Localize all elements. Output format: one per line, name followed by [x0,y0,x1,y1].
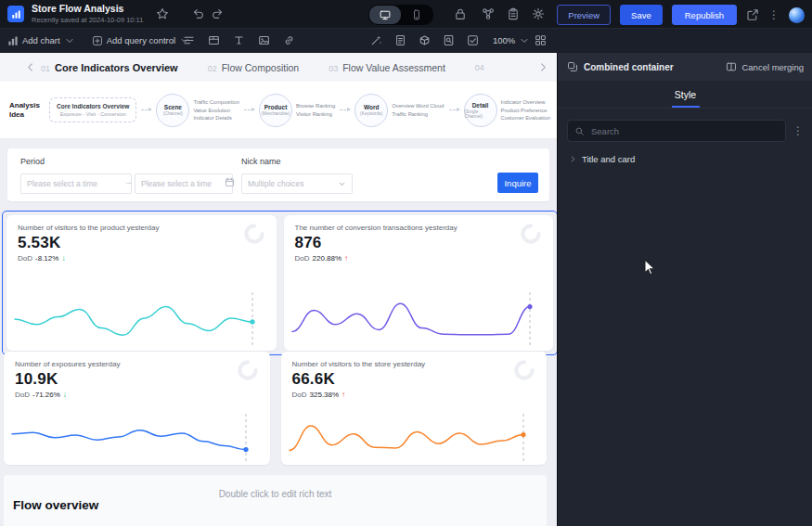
panel-search-row: ⋮ [567,120,804,142]
period-end-input[interactable]: Please select a time [135,173,233,194]
decorative-mark-icon [513,359,535,381]
dashboard-canvas[interactable]: 01 Core Indicators Overview 02 Flow Comp… [0,53,557,526]
beautify-wand-icon[interactable] [370,34,382,46]
kpi-title: Number of exposures yesterday [15,360,259,368]
flow-node-item: Traffic Ranking [392,111,444,117]
analysis-flow-widget[interactable]: Analysis Idea Core Indicators Overview E… [0,82,557,138]
flow-node: Scene(Channel)Traffic CompositionValue E… [156,94,239,127]
open-share-icon[interactable] [746,8,759,21]
flow-node-title: Detail [472,102,489,109]
period-start-input[interactable]: Please select a time [20,173,132,194]
text-widget-icon[interactable] [233,34,245,46]
kpi-sparkline [12,292,271,348]
nickname-select[interactable]: Multiple choices [241,173,353,194]
topbar-left: Store Flow Analysis Recently saved at 20… [7,0,225,28]
flow-node-circle: Word(Keywords) [354,94,388,127]
panel-header-left: Combined container [567,61,674,72]
save-button[interactable]: Save [620,5,663,25]
tab-flow-value-assessment[interactable]: 03 Flow Value Assessment [329,62,445,73]
image-widget-icon[interactable] [258,34,270,46]
tab-04[interactable]: 04 [475,63,484,72]
search-more-icon[interactable]: ⋮ [793,125,804,136]
report-doc-icon[interactable] [394,34,406,46]
flow-node-circle: Detail(Single Channel) [464,94,497,127]
panel-header: Combined container Cancel merging [558,53,812,81]
cancel-merging-label: Cancel merging [741,62,804,72]
phone-icon [411,9,422,20]
desktop-view-toggle[interactable] [369,6,401,24]
dod-label: DoD [295,254,310,263]
tabs-next-icon[interactable] [537,61,549,73]
flow-arrow-icon [244,109,254,110]
checklist-icon[interactable] [467,34,479,46]
device-toggle[interactable] [368,5,433,25]
inquire-button[interactable]: Inquire [497,173,538,193]
grid-toggle-icon[interactable] [535,34,547,46]
kpi-dod: DoD -8.12% ↓ [18,254,265,263]
add-chart-button[interactable]: Add chart [7,35,75,46]
topbar-actions: Preview Save Republish ⋮ [557,5,805,25]
add-query-control-button[interactable]: Add query control [92,35,190,46]
chevron-down-icon [64,35,75,46]
rich-text-widget[interactable]: Double click to edit rich text Flow over… [4,475,547,526]
kpi-sparkline [290,292,548,348]
dod-label: DoD [292,391,307,399]
collaboration-icon[interactable] [482,7,495,20]
flow-node-items: Overview Word CloudTraffic Ranking [392,103,444,117]
tab-core-indicators-overview[interactable]: 01 Core Indicators Overview [41,62,178,73]
kpi-dod: DoD 325.38% ↑ [292,391,536,399]
kpi-card-conversion-transactions[interactable]: The number of conversion transactions ye… [284,215,554,351]
clipboard-icon[interactable] [507,7,520,20]
flow-node-items: Indicator OverviewProduct PreferenceCust… [501,99,551,121]
tab-container-icon[interactable] [208,34,220,46]
cancel-merging-button[interactable]: Cancel merging [726,61,804,72]
kpi-card-store-visitors[interactable]: Number of visitors to the store yesterda… [281,352,548,465]
mobile-view-toggle[interactable] [401,6,432,24]
flow-lead-label: Analysis Idea [9,101,45,120]
kpi-title: The number of conversion transactions ye… [295,224,543,232]
select-placeholder: Multiple choices [248,179,303,188]
zoom-select[interactable]: 100% [493,35,530,46]
inspect-doc-icon[interactable] [443,34,455,46]
decorative-mark-icon [520,223,542,245]
kpi-card-product-visitors[interactable]: Number of visitors to the product yester… [6,215,277,351]
republish-button[interactable]: Republish [672,5,737,25]
preview-button[interactable]: Preview [557,5,611,25]
material-box-icon[interactable] [419,34,431,46]
kpi-card-exposures[interactable]: Number of exposures yesterday 10.9K DoD … [4,352,270,465]
combined-container-icon [567,61,578,72]
flow-node-item: Customer Evaluation [501,115,551,121]
avatar[interactable] [789,7,805,23]
tab-style[interactable]: Style [675,81,696,108]
tab-flow-composition[interactable]: 02 Flow Composition [208,62,299,73]
kpi-value: 10.9K [15,370,259,389]
kpi-value: 66.6K [292,370,536,389]
link-widget-icon[interactable] [283,34,295,46]
search-input[interactable] [589,125,779,137]
add-query-control-label: Add query control [107,35,175,45]
favorite-star-icon[interactable] [156,7,169,20]
search-box[interactable] [567,120,786,142]
chevron-right-icon [569,155,577,163]
period-label: Period [20,157,45,166]
tabs-prev-icon[interactable] [24,61,36,73]
undo-icon[interactable] [191,7,204,20]
kpi-row-2: Number of exposures yesterday 10.9K DoD … [4,352,547,465]
outline-list-icon[interactable] [183,34,195,46]
settings-gear-icon[interactable] [532,7,545,20]
dod-value: 220.88% [313,254,342,263]
app-logo[interactable] [7,6,24,22]
more-menu-icon[interactable]: ⋮ [768,9,780,20]
kpi-sparkline [287,414,542,462]
flow-node-subtitle: (Single Channel) [465,109,496,119]
kpi-sparkline [9,414,264,462]
section-title-and-card[interactable]: Title and card [569,154,802,164]
flow-node-title: Product [264,104,288,110]
lock-icon[interactable] [454,7,467,20]
chevron-down-icon [519,35,530,46]
combined-container-selected[interactable]: Number of visitors to the product yester… [2,211,557,355]
redo-icon[interactable] [212,7,225,20]
flow-node-item: Visitor Ranking [296,111,335,117]
query-panel[interactable]: Period Nick name Please select a time → … [7,148,549,201]
trend-arrow-icon: ↓ [61,254,65,263]
